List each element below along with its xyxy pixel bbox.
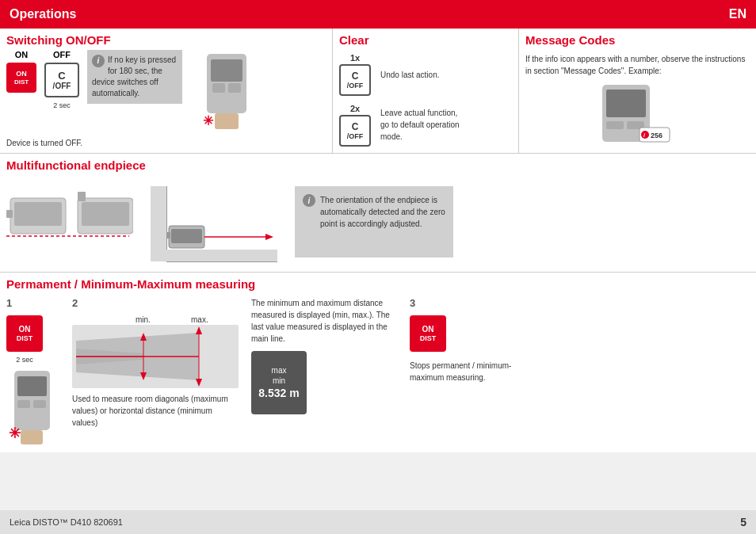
header-title: Operations <box>10 7 76 21</box>
msg-device-svg: i 256 <box>598 83 678 147</box>
off-label: OFF <box>53 50 71 59</box>
endpiece-info-text: The orientation of the endpiece is autom… <box>320 194 445 230</box>
svg-text:✳: ✳ <box>9 425 21 441</box>
on-dist-btn: ON DIST <box>6 315 43 352</box>
on-dist-btn-3-wrap: ON DIST <box>410 315 446 352</box>
step2-block: 2 min. max. <box>72 297 239 429</box>
msg-area: If the info icon appears with a number, … <box>519 50 756 153</box>
off-text-small-2: /OFF <box>347 132 364 140</box>
on-off-area: ON ON DIST OFF C /OFF 2 sec <box>0 50 332 136</box>
footer: Leica DISTO™ D410 820691 5 <box>0 510 756 534</box>
leave-text-area: Leave actual function, go to default ope… <box>380 104 468 143</box>
svg-rect-16 <box>6 210 13 218</box>
display-value: 8.532 m <box>258 387 299 399</box>
c-text: C <box>352 71 359 82</box>
info-i-endpiece: i <box>303 194 315 207</box>
device-hand-svg: ✳ <box>195 50 258 133</box>
section-switching: Switching ON/OFF ON ON DIST OFF C /OFF <box>0 29 333 153</box>
c-text-2: C <box>352 121 359 132</box>
col-off: OFF C /OFF 2 sec <box>44 50 79 109</box>
1x-label: 1x <box>350 53 360 63</box>
endpiece-illus-1 <box>6 182 133 261</box>
svg-rect-19 <box>78 192 86 201</box>
used-text-area: Used to measure room diagonals (maximum … <box>72 393 231 429</box>
svg-marker-29 <box>265 234 273 240</box>
svg-rect-26 <box>171 229 202 243</box>
svg-rect-5 <box>215 113 239 129</box>
stops-text-content: Stops permanent / minimum-maximum measur… <box>410 361 511 382</box>
svg-rect-33 <box>33 400 46 408</box>
clear-area: 1x C /OFF Undo last action. 2x <box>333 50 518 153</box>
minmax-diagram: min. max. <box>72 315 239 387</box>
device-hand-area: ✳ <box>195 50 258 133</box>
on-text: ON <box>16 70 27 78</box>
c-off-btn-2x: C /OFF <box>339 115 371 147</box>
two-sec-label: 2 sec <box>53 101 71 109</box>
clear-2x-group: 2x C /OFF <box>339 104 371 147</box>
info-i-icon: i <box>92 55 105 67</box>
svg-rect-15 <box>14 202 62 226</box>
svg-rect-31 <box>17 376 47 396</box>
svg-rect-3 <box>228 83 241 93</box>
svg-rect-8 <box>606 121 624 129</box>
on-label: ON <box>15 50 29 59</box>
col-on: ON ON DIST <box>6 50 36 93</box>
svg-rect-1 <box>211 59 242 82</box>
row3-content: 1 ON DIST 2 sec ✳ <box>0 294 756 452</box>
device-off-desc: Device is turned OFF. <box>6 139 82 147</box>
svg-rect-32 <box>17 400 30 408</box>
row2-content: i The orientation of the endpiece is aut… <box>0 175 756 272</box>
desc-text: The minimum and maximum distance measure… <box>251 297 397 345</box>
desc-text-area: The minimum and maximum distance measure… <box>245 297 403 414</box>
row3: Permament / Minimum-Maximum measuring 1 … <box>0 273 756 452</box>
svg-point-11 <box>641 131 649 139</box>
row2: Multifunctional endpiece <box>0 154 756 273</box>
minmax-svg <box>72 325 239 388</box>
section-message-codes: Message Codes If the info icon appears w… <box>519 29 756 153</box>
endpiece-info: i The orientation of the endpiece is aut… <box>295 186 453 257</box>
step1-block: 1 ON DIST 2 sec ✳ <box>6 297 66 446</box>
step1-btn-illus: ON DIST 2 sec <box>6 315 43 364</box>
svg-rect-7 <box>606 90 646 117</box>
off-text-small: /OFF <box>347 82 364 90</box>
2x-label: 2x <box>350 104 360 113</box>
min-label: min. <box>136 315 151 324</box>
c-off-btn-1x: C /OFF <box>339 64 371 96</box>
display-max-label: max <box>272 366 287 375</box>
svg-rect-18 <box>82 202 129 226</box>
step3-block: 3 ON DIST Stops permanent / minimum-maxi… <box>410 297 513 383</box>
two-sec-step1: 2 sec <box>16 356 33 364</box>
msg-illus: i 256 <box>525 83 750 147</box>
step3-num: 3 <box>410 297 415 309</box>
minmax-header: Permament / Minimum-Maximum measuring <box>0 273 756 294</box>
off-button-illus: C /OFF <box>44 63 79 97</box>
on-button-illus: ON DIST <box>6 63 36 93</box>
switching-header: Switching ON/OFF <box>0 29 332 50</box>
row1: Switching ON/OFF ON ON DIST OFF C /OFF <box>0 29 756 154</box>
clear-btns-row: 1x C /OFF Undo last action. <box>339 53 512 96</box>
off-c: C <box>58 70 65 82</box>
endpiece-header: Multifunctional endpiece <box>0 154 756 175</box>
max-label: max. <box>191 315 208 324</box>
svg-rect-24 <box>166 250 277 261</box>
on-dist-btn-3: ON DIST <box>410 315 446 352</box>
step2-num: 2 <box>72 297 78 309</box>
header-lang: EN <box>729 7 746 21</box>
auto-off-info: i If no key is pressed for 180 sec, the … <box>87 50 182 104</box>
used-text: Used to measure room diagonals (maximum … <box>72 395 228 427</box>
svg-text:256: 256 <box>651 132 662 139</box>
device-screen: max min 8.532 m <box>251 351 307 414</box>
display-min-label: min <box>273 376 285 385</box>
step1-num: 1 <box>6 297 12 309</box>
msg-text: If the info icon appears with a number, … <box>525 53 750 77</box>
header: Operations EN <box>0 0 756 29</box>
dist-text: DIST <box>14 78 29 86</box>
main-content: Switching ON/OFF ON ON DIST OFF C /OFF <box>0 29 756 452</box>
section-clear: Clear 1x C /OFF Undo last action. <box>333 29 519 153</box>
off-slash: /OFF <box>53 82 71 90</box>
undo-text-area: Undo last action. <box>380 53 440 80</box>
footer-page: 5 <box>740 516 746 528</box>
msg-header: Message Codes <box>519 29 756 50</box>
endpiece-corner-illus <box>143 178 285 265</box>
footer-text: Leica DISTO™ D410 820691 <box>10 517 123 527</box>
